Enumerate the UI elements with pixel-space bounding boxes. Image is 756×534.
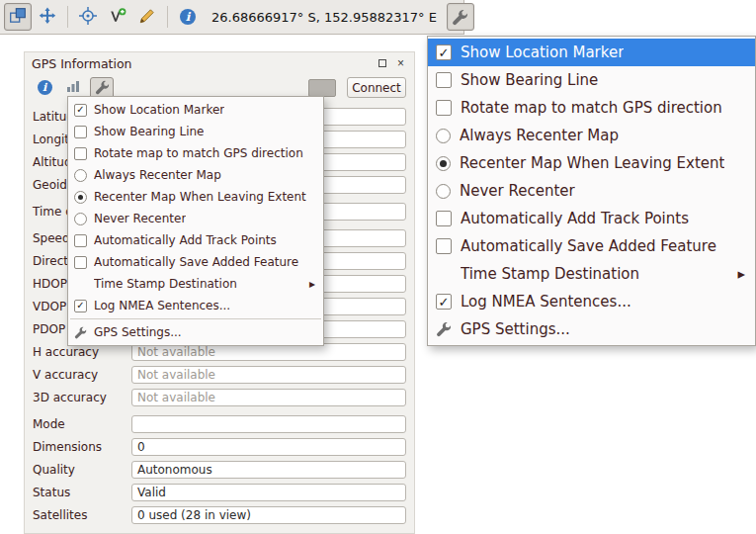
menu-item-always-recenter-map[interactable]: Always Recenter Map — [68, 164, 323, 186]
submenu-arrow-icon: ▸ — [737, 265, 745, 283]
checkbox-icon — [436, 72, 452, 88]
menu-item-show-bearing-line[interactable]: Show Bearing Line — [428, 66, 755, 94]
radio-icon — [74, 169, 87, 182]
menu-item-show-location-marker[interactable]: ✓Show Location Marker — [68, 99, 323, 121]
menu-item-automatically-save-added-feature[interactable]: Automatically Save Added Feature — [428, 232, 755, 260]
menu-item-label: Log NMEA Sentences... — [94, 299, 230, 312]
position-info-tab-button[interactable]: i — [33, 77, 56, 99]
menu-item-gps-settings[interactable]: GPS Settings... — [68, 321, 323, 343]
field-row-v-accuracy: V accuracyNot available — [33, 366, 406, 384]
menu-item-recenter-map-when-leaving-extent[interactable]: Recenter Map When Leaving Extent — [68, 186, 323, 208]
field-label: Satellites — [33, 508, 131, 522]
gps-information-icon — [9, 7, 27, 28]
panel-title: GPS Information — [32, 56, 132, 71]
move-map-button[interactable] — [34, 3, 61, 31]
wrench-icon — [452, 9, 468, 26]
field-row-quality: QualityAutonomous — [33, 461, 406, 479]
radio-icon — [74, 213, 87, 225]
menu-item-label: Automatically Save Added Feature — [461, 237, 716, 255]
menu-item-label: GPS Settings... — [94, 325, 182, 339]
menu-item-always-recenter-map[interactable]: Always Recenter Map — [428, 122, 755, 149]
field-label: 3D accuracy — [33, 391, 131, 404]
submenu-arrow-icon: ▸ — [309, 277, 315, 291]
menu-item-label: Never Recenter — [460, 182, 575, 200]
menu-item-label: Automatically Add Track Points — [94, 233, 277, 247]
menu-item-automatically-save-added-feature[interactable]: Automatically Save Added Feature — [68, 251, 323, 273]
menu-item-show-bearing-line[interactable]: Show Bearing Line — [68, 121, 323, 142]
menu-item-log-nmea-sentences[interactable]: ✓Log NMEA Sentences... — [428, 288, 755, 315]
menu-item-log-nmea-sentences[interactable]: ✓Log NMEA Sentences... — [68, 295, 323, 316]
menu-item-automatically-add-track-points[interactable]: Automatically Add Track Points — [428, 205, 755, 232]
checkbox-icon — [436, 100, 452, 116]
checkbox-icon: ✓ — [436, 44, 452, 60]
menu-item-automatically-add-track-points[interactable]: Automatically Add Track Points — [68, 229, 323, 251]
gps-settings-menu-large: ✓Show Location MarkerShow Bearing LineRo… — [427, 36, 756, 346]
menu-item-label: Time Stamp Destination — [461, 265, 639, 283]
field-value-satellites[interactable]: 0 used (28 in view) — [131, 506, 406, 524]
field-row-mode: Mode — [33, 415, 406, 433]
menu-item-label: GPS Settings... — [461, 320, 570, 338]
menu-item-label: Log NMEA Sentences... — [461, 293, 631, 311]
menu-item-label: Show Bearing Line — [94, 125, 204, 138]
menu-item-never-recenter[interactable]: Never Recenter — [428, 177, 755, 205]
radio-icon — [436, 184, 451, 199]
wrench-icon — [74, 326, 87, 339]
menu-item-label: Automatically Add Track Points — [461, 210, 689, 227]
radio-icon — [74, 191, 87, 204]
menu-item-rotate-map-to-match-gps-direction[interactable]: Rotate map to match GPS direction — [68, 142, 323, 164]
menu-item-never-recenter[interactable]: Never Recenter — [68, 208, 323, 229]
checkbox-icon — [436, 238, 452, 254]
float-panel-button[interactable] — [376, 57, 388, 70]
field-label: Status — [33, 486, 131, 499]
add-vertex-button[interactable] — [104, 3, 131, 31]
wrench-icon — [95, 80, 110, 95]
signal-strength-icon — [65, 78, 81, 97]
menu-item-rotate-map-to-match-gps-direction[interactable]: Rotate map to match GPS direction — [428, 94, 755, 122]
field-value-quality[interactable]: Autonomous — [131, 461, 406, 479]
connect-button[interactable]: Connect — [347, 77, 406, 98]
menu-item-time-stamp-destination[interactable]: Time Stamp Destination▸ — [68, 273, 323, 295]
close-panel-button[interactable]: × — [394, 57, 407, 70]
field-label: H accuracy — [33, 345, 131, 359]
field-row-3d-accuracy: 3D accuracyNot available — [33, 389, 406, 406]
qgis-screen: i 26.68666917° S, 152.95882317° E GPS In… — [0, 0, 756, 534]
menu-item-label: Show Location Marker — [94, 103, 224, 117]
field-value-dimensions[interactable]: 0 — [131, 438, 406, 456]
menu-item-label: Show Bearing Line — [461, 71, 598, 89]
move-map-icon — [39, 7, 56, 28]
wrench-icon — [436, 321, 452, 337]
checkbox-icon — [74, 126, 87, 138]
field-label: Dimensions — [33, 440, 131, 454]
field-value-mode[interactable] — [131, 415, 406, 433]
field-row-satellites: Satellites0 used (28 in view) — [33, 506, 406, 524]
add-track-point-icon — [138, 7, 156, 28]
float-icon — [378, 59, 386, 67]
gps-information-button[interactable] — [4, 3, 32, 31]
gps-settings-toolbar-button[interactable] — [447, 3, 474, 31]
field-value-status[interactable]: Valid — [131, 484, 406, 501]
checkbox-icon: ✓ — [74, 300, 87, 312]
add-track-point-button[interactable] — [133, 3, 161, 31]
menu-item-gps-settings[interactable]: GPS Settings... — [428, 315, 755, 343]
field-label: Mode — [33, 417, 131, 431]
info-icon: i — [180, 9, 196, 25]
checkbox-icon — [74, 147, 87, 160]
menu-item-show-location-marker[interactable]: ✓Show Location Marker — [428, 39, 755, 66]
info-icon: i — [38, 80, 52, 95]
menu-item-time-stamp-destination[interactable]: Time Stamp Destination▸ — [428, 260, 755, 288]
coordinate-info-button[interactable]: i — [174, 3, 202, 31]
field-row-status: StatusValid — [33, 484, 406, 501]
field-label: V accuracy — [33, 368, 131, 382]
checkbox-icon: ✓ — [74, 104, 87, 117]
field-value-3d-accuracy[interactable]: Not available — [131, 389, 406, 406]
recenter-crosshair-button[interactable] — [74, 3, 102, 31]
gps-toolbar: i 26.68666917° S, 152.95882317° E — [0, 0, 464, 35]
menu-item-recenter-map-when-leaving-extent[interactable]: Recenter Map When Leaving Extent — [428, 149, 755, 177]
menu-item-label: Time Stamp Destination — [94, 277, 237, 291]
menu-item-label: Recenter Map When Leaving Extent — [460, 154, 724, 172]
toolbar-separator — [67, 6, 68, 28]
toolbar-separator — [167, 6, 168, 28]
menu-item-label: Rotate map to match GPS direction — [461, 99, 722, 117]
connection-device-combo[interactable] — [308, 79, 336, 97]
field-value-v-accuracy[interactable]: Not available — [131, 366, 406, 384]
